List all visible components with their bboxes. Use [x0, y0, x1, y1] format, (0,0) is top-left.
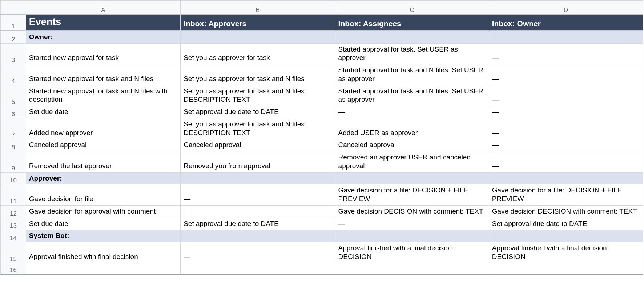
cell-B8[interactable]: Canceled approval — [181, 139, 335, 151]
cell-text: Set approval due date to DATE — [181, 218, 335, 230]
cell-B13[interactable]: Set approval due date to DATE — [181, 218, 335, 230]
corner-cell[interactable] — [1, 1, 26, 15]
col-header-C[interactable]: C — [335, 1, 489, 15]
row-header[interactable]: 12 — [1, 205, 26, 218]
cell-A12[interactable]: Gave decision for approval with comment — [26, 205, 180, 218]
cell-text: Removed you from approval — [181, 160, 335, 172]
cell-B11[interactable]: — — [181, 184, 335, 206]
col-header-D[interactable]: D — [489, 1, 643, 15]
cell-D2[interactable] — [489, 31, 643, 43]
col-header-A[interactable]: A — [26, 1, 180, 15]
cell-B14[interactable] — [181, 230, 335, 242]
row-header[interactable]: 10 — [1, 172, 26, 184]
cell-A8[interactable]: Canceled approval — [26, 139, 180, 151]
cell-D7[interactable]: — — [489, 118, 643, 139]
cell-D14[interactable] — [489, 230, 643, 242]
cell-B12[interactable]: — — [181, 205, 335, 218]
row-header[interactable]: 8 — [1, 139, 26, 151]
cell-B4[interactable]: Set you as approver for task and N files — [181, 64, 335, 85]
cell-B15[interactable]: — — [181, 242, 335, 263]
row-header[interactable]: 14 — [1, 230, 26, 242]
row-header[interactable]: 2 — [1, 31, 26, 43]
cell-A9[interactable]: Removed the last approver — [26, 151, 180, 173]
cell-C5[interactable]: Started approval for task and N files. S… — [335, 85, 489, 106]
cell-A1[interactable]: Events — [26, 14, 180, 31]
table-row: 9 Removed the last approver Removed you … — [1, 151, 643, 173]
cell-A10[interactable]: Approver: — [26, 172, 180, 184]
cell-D8[interactable]: — — [489, 139, 643, 151]
row-header[interactable]: 15 — [1, 242, 26, 263]
row-header[interactable]: 1 — [1, 14, 26, 31]
cell-B7[interactable]: Set you as approver for task and N files… — [181, 118, 335, 139]
row-header[interactable]: 5 — [1, 85, 26, 106]
cell-C10[interactable] — [335, 172, 489, 184]
row-header[interactable]: 6 — [1, 106, 26, 118]
cell-C1[interactable]: Inbox: Assignees — [335, 14, 489, 31]
cell-text: Started approval for task and N files. S… — [335, 64, 489, 85]
row-header[interactable]: 11 — [1, 184, 26, 206]
cell-D3[interactable]: — — [489, 43, 643, 64]
cell-C14[interactable] — [335, 230, 489, 242]
cell-D1[interactable]: Inbox: Owner — [489, 14, 643, 31]
cell-B10[interactable] — [181, 172, 335, 184]
cell-A3[interactable]: Started new approval for task — [26, 43, 180, 64]
cell-B5[interactable]: Set you as approver for task and N files… — [181, 85, 335, 106]
cell-C2[interactable] — [335, 31, 489, 43]
cell-D13[interactable]: Set approval due date to DATE — [489, 218, 643, 230]
cell-text — [26, 263, 180, 274]
cell-B6[interactable]: Set approval due date to DATE — [181, 106, 335, 118]
row-header[interactable]: 4 — [1, 64, 26, 85]
cell-C16[interactable] — [335, 263, 489, 274]
table-row: 16 — [1, 263, 643, 274]
cell-C15[interactable]: Approval finished with a final decision:… — [335, 242, 489, 263]
cell-B2[interactable] — [181, 31, 335, 43]
cell-D10[interactable] — [489, 172, 643, 184]
cell-A15[interactable]: Approval finished with final decision — [26, 242, 180, 263]
cell-text: Events — [26, 15, 180, 30]
cell-C3[interactable]: Started approval for task. Set USER as a… — [335, 43, 489, 64]
cell-D4[interactable]: — — [489, 64, 643, 85]
cell-D11[interactable]: Gave decision for a file: DECISION + FIL… — [489, 184, 643, 206]
row-header[interactable]: 3 — [1, 43, 26, 64]
cell-D9[interactable]: — — [489, 151, 643, 173]
cell-B1[interactable]: Inbox: Approvers — [181, 14, 335, 31]
cell-C11[interactable]: Gave decision for a file: DECISION + FIL… — [335, 184, 489, 206]
cell-D5[interactable]: — — [489, 85, 643, 106]
row-header[interactable]: 13 — [1, 218, 26, 230]
row-header[interactable]: 16 — [1, 263, 26, 274]
cell-text — [181, 33, 335, 43]
cell-D6[interactable]: — — [489, 106, 643, 118]
col-header-B[interactable]: B — [181, 1, 335, 15]
cell-C6[interactable]: — — [335, 106, 489, 118]
cell-A4[interactable]: Started new approval for task and N file… — [26, 64, 180, 85]
cell-C13[interactable]: — — [335, 218, 489, 230]
row-header[interactable]: 7 — [1, 118, 26, 139]
sheet-table: A B C D 1 Events Inbox: Approvers Inbox:… — [0, 0, 643, 274]
cell-text: Removed the last approver — [26, 160, 180, 172]
cell-D12[interactable]: Gave decision DECISION with comment: TEX… — [489, 205, 643, 218]
cell-A16[interactable] — [26, 263, 180, 274]
cell-text: Inbox: Assignees — [335, 17, 489, 30]
cell-D16[interactable] — [489, 263, 643, 274]
cell-A6[interactable]: Set due date — [26, 106, 180, 118]
cell-A11[interactable]: Gave decision for file — [26, 184, 180, 206]
cell-C8[interactable]: Canceled approval — [335, 139, 489, 151]
cell-B3[interactable]: Set you as approver for task — [181, 43, 335, 64]
cell-text: Approval finished with a final decision:… — [335, 242, 489, 263]
table-row: 14 System Bot: — [1, 230, 643, 242]
cell-A5[interactable]: Started new approval for task and N file… — [26, 85, 180, 106]
row-header[interactable]: 9 — [1, 151, 26, 173]
cell-A14[interactable]: System Bot: — [26, 230, 180, 242]
cell-C4[interactable]: Started approval for task and N files. S… — [335, 64, 489, 85]
cell-B9[interactable]: Removed you from approval — [181, 151, 335, 173]
cell-C12[interactable]: Gave decision DECISION with comment: TEX… — [335, 205, 489, 218]
cell-text: — — [181, 251, 335, 263]
cell-B16[interactable] — [181, 263, 335, 274]
cell-C9[interactable]: Removed an approver USER and canceled ap… — [335, 151, 489, 173]
cell-A2[interactable]: Owner: — [26, 31, 180, 43]
cell-text: Set approval due date to DATE — [181, 106, 335, 118]
cell-A7[interactable]: Added new approver — [26, 118, 180, 139]
cell-D15[interactable]: Approval finished with a final decision:… — [489, 242, 643, 263]
cell-A13[interactable]: Set due date — [26, 218, 180, 230]
cell-C7[interactable]: Added USER as approver — [335, 118, 489, 139]
